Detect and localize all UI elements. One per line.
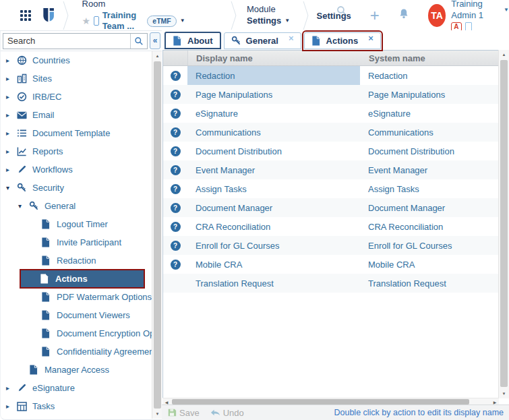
star-icon[interactable]: ★	[82, 16, 91, 26]
info-icon[interactable]: ?	[171, 127, 181, 138]
expand-arrow-icon[interactable]: ▸	[6, 129, 17, 137]
table-vertical-scrollbar[interactable]: ▲ ▼	[498, 50, 509, 398]
settings-menu-item[interactable]: Settings	[317, 9, 351, 22]
user-menu[interactable]: Training Admin 1 ▼ A	[451, 0, 509, 32]
info-icon[interactable]: ?	[171, 165, 181, 175]
system-name-cell[interactable]: Page Manipulations	[360, 85, 498, 104]
tab-close-icon[interactable]: ×	[368, 34, 373, 42]
column-header-display-name[interactable]: Display name	[188, 51, 361, 65]
system-name-cell[interactable]: eSignature	[360, 104, 498, 123]
display-name-cell[interactable]: eSignature	[187, 104, 360, 123]
search-input[interactable]	[3, 36, 130, 46]
sidebar-item-irb-ec[interactable]: ▸ IRB/EC	[1, 88, 152, 106]
table-row[interactable]: ? Document Manager Document Manager	[163, 198, 498, 217]
info-icon[interactable]: ?	[171, 90, 181, 100]
sidebar-scrollbar[interactable]: ▲ ▼	[152, 51, 162, 419]
sidebar-item-confidentiality-agreement[interactable]: Confidentiality Agreement	[1, 342, 152, 361]
display-name-cell[interactable]: CRA Reconciliation	[187, 217, 360, 236]
sidebar-item-document-viewers[interactable]: Document Viewers	[1, 306, 152, 324]
display-name-cell[interactable]: Page Manipulations	[187, 85, 360, 104]
table-row[interactable]: ? Document Distribution Document Distrib…	[163, 142, 498, 160]
system-name-cell[interactable]: Translation Request	[360, 274, 498, 293]
vault-logo-icon[interactable]	[42, 5, 55, 26]
app-grid-icon[interactable]	[20, 10, 31, 21]
search-icon[interactable]	[130, 34, 147, 49]
sidebar-item-redaction[interactable]: Redaction	[1, 251, 152, 270]
sidebar-item-document-encryption-options[interactable]: Document Encryption Options	[1, 324, 152, 342]
info-icon[interactable]: ?	[171, 109, 181, 119]
table-row[interactable]: ? Page Manipulations Page Manipulations	[163, 85, 498, 104]
table-row[interactable]: ? eSignature eSignature	[163, 104, 498, 123]
sidebar-item-general[interactable]: ▾ General	[1, 197, 152, 215]
sidebar-item-esignature[interactable]: ▸ eSignature	[1, 379, 152, 397]
expand-arrow-icon[interactable]: ▸	[6, 402, 17, 410]
table-row[interactable]: ? Enroll for GL Courses Enroll for GL Co…	[163, 236, 498, 255]
add-icon[interactable]: +	[370, 7, 380, 24]
collapse-sidebar-icon[interactable]: «	[150, 32, 160, 49]
expand-arrow-icon[interactable]: ▸	[6, 57, 17, 64]
info-icon[interactable]: ?	[171, 260, 181, 270]
display-name-cell[interactable]: Assign Tasks	[187, 179, 360, 198]
info-icon[interactable]: ?	[171, 71, 181, 81]
column-header-system-name[interactable]: System name	[361, 51, 498, 65]
expand-arrow-icon[interactable]: ▸	[6, 384, 17, 392]
module-caret-icon[interactable]: ▼	[285, 18, 290, 24]
tab-general[interactable]: General ×	[224, 32, 301, 49]
expand-arrow-icon[interactable]: ▸	[6, 166, 17, 173]
display-name-cell[interactable]: Event Manager	[187, 160, 360, 179]
sidebar-item-security[interactable]: ▾ Security	[1, 179, 152, 197]
scroll-down-icon[interactable]: ▼	[499, 389, 509, 398]
sidebar-item-invite-participant[interactable]: Invite Participant	[1, 233, 152, 251]
expand-arrow-icon[interactable]: ▸	[6, 93, 17, 100]
table-row[interactable]: ? Communications Communications	[163, 123, 498, 142]
undo-button[interactable]: Undo	[210, 408, 244, 418]
system-name-cell[interactable]: Document Manager	[360, 198, 498, 217]
system-name-cell[interactable]: Redaction	[360, 66, 498, 85]
expand-arrow-icon[interactable]: ▾	[18, 202, 29, 210]
sidebar-item-pdf-watermark-options[interactable]: PDF Watermark Options	[1, 288, 152, 306]
info-icon[interactable]: ?	[171, 184, 181, 194]
avatar[interactable]: TA	[428, 4, 446, 27]
display-name-cell[interactable]: Document Manager	[187, 198, 360, 217]
info-icon[interactable]: ?	[171, 146, 181, 156]
table-row[interactable]: ? Assign Tasks Assign Tasks	[163, 179, 498, 198]
sidebar-item-partial[interactable]: ▸	[1, 415, 152, 419]
scroll-up-icon[interactable]: ▲	[152, 51, 162, 61]
expand-arrow-icon[interactable]: ▸	[6, 75, 17, 82]
scrollbar-thumb[interactable]	[172, 399, 469, 404]
room-name[interactable]: Training Team ...	[102, 10, 144, 32]
sidebar-item-countries[interactable]: ▸ Countries	[1, 51, 152, 69]
info-icon[interactable]: ?	[171, 222, 181, 232]
table-row[interactable]: ? CRA Reconciliation CRA Reconciliation	[163, 217, 498, 236]
table-row[interactable]: Translation Request Translation Request	[163, 274, 498, 293]
table-row[interactable]: ? Event Manager Event Manager	[163, 160, 498, 179]
sidebar-item-logout-timer[interactable]: Logout Timer	[1, 215, 152, 233]
notifications-bell-icon[interactable]	[398, 8, 409, 22]
sidebar-item-tasks[interactable]: ▸ Tasks	[1, 397, 152, 415]
expand-arrow-icon[interactable]: ▾	[6, 184, 17, 191]
save-button[interactable]: Save	[167, 408, 200, 418]
tab-about[interactable]: About	[164, 32, 221, 49]
expand-arrow-icon[interactable]: ▸	[6, 111, 17, 119]
system-name-cell[interactable]: Mobile CRA	[360, 255, 498, 274]
scrollbar-thumb[interactable]	[154, 61, 161, 409]
sidebar-item-actions[interactable]: Actions	[21, 270, 144, 287]
expand-arrow-icon[interactable]: ▸	[6, 148, 17, 155]
system-name-cell[interactable]: Enroll for GL Courses	[360, 236, 498, 255]
system-name-cell[interactable]: Communications	[360, 123, 498, 142]
sidebar-item-sites[interactable]: ▸ Sites	[1, 69, 152, 88]
system-name-cell[interactable]: Assign Tasks	[360, 179, 498, 198]
system-name-cell[interactable]: Event Manager	[360, 160, 498, 179]
info-icon[interactable]: ?	[171, 203, 181, 213]
tab-actions[interactable]: Actions ×	[304, 32, 381, 49]
module-value[interactable]: Settings	[247, 16, 281, 26]
tab-close-icon[interactable]: ×	[289, 34, 294, 42]
display-name-cell[interactable]: Translation Request	[187, 274, 360, 293]
display-name-cell[interactable]: Mobile CRA	[187, 255, 360, 274]
sidebar-item-workflows[interactable]: ▸ Workflows	[1, 160, 152, 179]
system-name-cell[interactable]: Document Distribution	[360, 142, 498, 160]
display-name-cell[interactable]: Communications	[187, 123, 360, 142]
sidebar-item-manager-access[interactable]: Manager Access	[1, 361, 152, 379]
sidebar-item-email[interactable]: ▸ Email	[1, 106, 152, 124]
scroll-up-icon[interactable]: ▲	[499, 50, 509, 59]
